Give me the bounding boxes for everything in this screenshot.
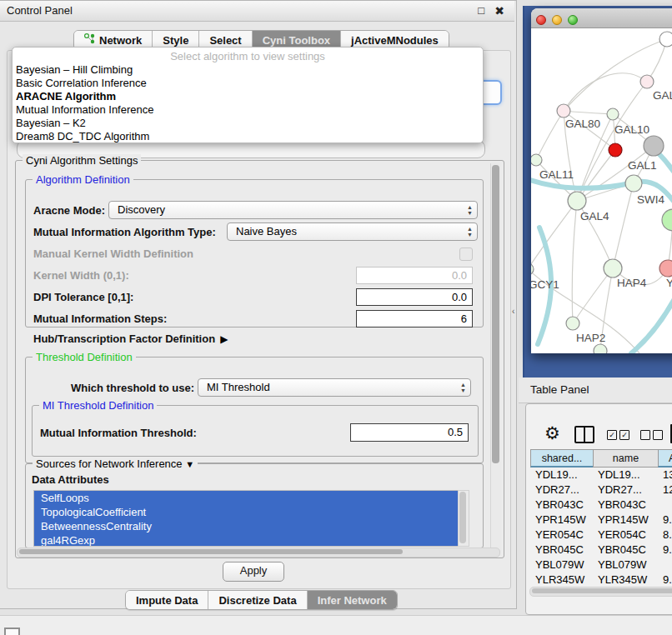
- table-horizontal-scrollbar[interactable]: [529, 587, 672, 597]
- checked-checkbox-icon[interactable]: ✓: [607, 430, 617, 440]
- dpi-tolerance-field[interactable]: 0.0: [356, 288, 473, 306]
- attributes-scrollbar[interactable]: [458, 490, 469, 547]
- algorithm-option[interactable]: Bayesian – K2: [13, 117, 483, 130]
- gear-icon[interactable]: ⚙: [544, 424, 560, 442]
- mi-type-value: Naive Bayes: [236, 223, 297, 240]
- attribute-item-selected[interactable]: gal4RGexp: [34, 533, 458, 547]
- network-node-gal4[interactable]: [568, 192, 586, 210]
- manual-kernel-checkbox[interactable]: [459, 248, 473, 261]
- tab-impute-data[interactable]: Impute Data: [126, 591, 208, 609]
- panel-divider-handle[interactable]: ‹: [512, 307, 514, 316]
- node-label: GAL1: [628, 159, 657, 172]
- table-row[interactable]: YLR345WYLR345W9.: [530, 572, 672, 587]
- mi-steps-field[interactable]: 6: [356, 310, 473, 328]
- algorithm-option-selected[interactable]: ARACNE Algorithm: [13, 90, 483, 103]
- zoom-traffic-light[interactable]: [568, 15, 578, 25]
- mi-type-select[interactable]: Naive Bayes ▲▼: [227, 222, 478, 241]
- table-row[interactable]: YPR145WYPR145W9.: [530, 512, 672, 528]
- table-row[interactable]: YDL19...YDL19...13: [530, 468, 672, 482]
- screen: Control Panel □ ✖ Network Style Select C…: [0, 0, 672, 635]
- table-row[interactable]: YER054CYER054C8.: [530, 528, 672, 542]
- sources-group-title[interactable]: Sources for Network Inference ▼: [33, 458, 198, 471]
- network-canvas[interactable]: GAL GAL80 GAL10 GAL1 GAL11 SWI4 GAL4 GCY…: [531, 28, 672, 353]
- settings-group-title: Cyni Algorithm Settings: [23, 154, 141, 167]
- network-node[interactable]: [659, 32, 672, 47]
- network-node-gray[interactable]: [644, 136, 664, 156]
- checked-checkbox-icon[interactable]: ✓: [619, 430, 629, 440]
- attribute-item-selected[interactable]: BetweennessCentrality: [34, 519, 458, 533]
- column-header-third[interactable]: A: [658, 449, 672, 468]
- mi-threshold-label: Mutual Information Threshold:: [40, 427, 197, 439]
- algorithm-option[interactable]: Bayesian – Hill Climbing: [13, 63, 483, 77]
- network-node-gal1[interactable]: [625, 175, 642, 192]
- close-icon[interactable]: ✖: [494, 1, 504, 21]
- hub-section-label[interactable]: Hub/Transcription Factor Definition▶: [33, 332, 228, 345]
- kernel-width-label: Kernel Width (0,1):: [33, 269, 129, 282]
- table-panel-titlebar: Table Panel: [519, 378, 672, 403]
- stepper-arrows-icon: ▲▼: [467, 204, 473, 216]
- unchecked-checkbox-icon[interactable]: [653, 430, 663, 440]
- network-node-gal11[interactable]: [531, 154, 542, 166]
- minimize-traffic-light[interactable]: [552, 15, 562, 25]
- mi-threshold-group-title: MI Threshold Definition: [39, 399, 157, 412]
- tab-impute-data-label: Impute Data: [136, 594, 198, 607]
- column-header-shared[interactable]: shared...: [530, 449, 593, 468]
- tab-infer-network[interactable]: Infer Network: [308, 591, 397, 609]
- control-panel-titlebar[interactable]: Control Panel □ ✖: [0, 1, 514, 22]
- algorithm-option[interactable]: Basic Correlation Inference: [13, 77, 483, 90]
- network-node[interactable]: [594, 344, 607, 353]
- split-columns-icon[interactable]: [574, 426, 594, 443]
- algorithm-option[interactable]: Dream8 DC_TDC Algorithm: [13, 130, 483, 143]
- attribute-item-selected[interactable]: SelfLoops: [34, 491, 458, 505]
- threshold-definition-title: Threshold Definition: [33, 351, 136, 363]
- unchecked-checkbox-icon[interactable]: [640, 430, 650, 440]
- table-row[interactable]: YBR045CYBR045C9.: [530, 542, 672, 558]
- table-row[interactable]: YDR27...YDR27...12: [530, 482, 672, 498]
- node-label: GAL80: [565, 118, 600, 130]
- network-node-gal80[interactable]: [557, 104, 570, 118]
- sources-title-text: Sources for Network Inference: [36, 458, 183, 470]
- network-node-red[interactable]: [609, 143, 622, 157]
- mi-threshold-field[interactable]: 0.5: [350, 423, 469, 442]
- stepper-arrows-icon: ▲▼: [460, 382, 466, 393]
- which-threshold-value: MI Threshold: [207, 379, 270, 396]
- settings-horizontal-scrollbar[interactable]: [17, 548, 500, 558]
- expand-arrow-icon[interactable]: ▶: [220, 333, 228, 345]
- mini-panel-icon[interactable]: [4, 628, 20, 635]
- tab-discretize-data[interactable]: Discretize Data: [208, 591, 307, 609]
- network-node-salmon[interactable]: [659, 260, 672, 277]
- kernel-width-field: 0.0: [356, 267, 473, 284]
- network-labels: GAL GAL80 GAL10 GAL1 GAL11 SWI4 GAL4 GCY…: [531, 89, 672, 344]
- collapse-arrow-icon[interactable]: ▼: [185, 459, 194, 469]
- dpi-tolerance-label: DPI Tolerance [0,1]:: [33, 291, 133, 303]
- dpi-tolerance-value: 0.0: [452, 289, 467, 305]
- network-window-titlebar[interactable]: [531, 8, 672, 28]
- network-node-hap4[interactable]: [604, 259, 622, 278]
- network-node-bright-green[interactable]: [662, 209, 672, 231]
- settings-hscroll-thumb[interactable]: [19, 549, 403, 554]
- settings-scroll-thumb[interactable]: [492, 165, 499, 463]
- attributes-scroll-thumb[interactable]: [459, 492, 466, 543]
- settings-vertical-scrollbar[interactable]: [490, 163, 501, 553]
- attribute-item-selected[interactable]: TopologicalCoefficient: [34, 505, 458, 519]
- aracne-mode-select[interactable]: Discovery ▲▼: [108, 201, 478, 219]
- network-node-gcy1[interactable]: [531, 263, 534, 275]
- table-hscroll-thumb[interactable]: [532, 588, 672, 593]
- stepper-arrows-icon: ▲▼: [467, 226, 473, 238]
- table-body: YDL19...YDL19...13 YDR27...YDR27...12 YB…: [530, 468, 672, 587]
- table-row[interactable]: YBR043CYBR043C: [530, 498, 672, 512]
- apply-button[interactable]: Apply: [223, 562, 284, 582]
- network-node-gal-partial[interactable]: [640, 75, 654, 88]
- column-header-name[interactable]: name: [593, 449, 658, 468]
- network-icon: [84, 33, 95, 47]
- mi-threshold-value: 0.5: [448, 424, 463, 441]
- mi-type-label: Mutual Information Algorithm Type:: [33, 226, 216, 238]
- network-node-gal10[interactable]: [607, 108, 619, 120]
- tab-cyni-toolbox-label: Cyni Toolbox: [263, 34, 330, 47]
- table-row[interactable]: YBL079WYBL079W: [530, 558, 672, 572]
- close-traffic-light[interactable]: [536, 15, 546, 25]
- float-window-icon[interactable]: □: [478, 1, 484, 21]
- algorithm-option[interactable]: Mutual Information Inference: [13, 103, 483, 117]
- which-threshold-select[interactable]: MI Threshold ▲▼: [198, 378, 471, 397]
- network-node-hap2[interactable]: [566, 317, 579, 330]
